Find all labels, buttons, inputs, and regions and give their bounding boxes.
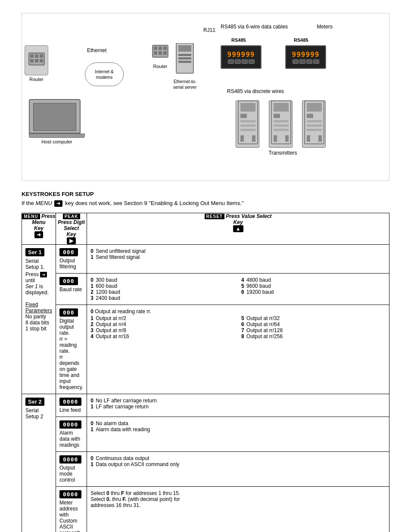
om0-num: 0 <box>90 455 95 461</box>
or-col2: 5 Output at rr/32 6 Output at rr/64 7 Ou… <box>241 315 386 339</box>
output-mode-label: Output mode control <box>59 465 83 483</box>
meter-1: 999999 <box>221 45 262 69</box>
svg-rect-18 <box>178 61 191 63</box>
alarm-data-label: Alarm data with readings <box>59 430 83 448</box>
val-num-1: 1 <box>90 254 95 260</box>
ser1-menu-cell: Ser 1 Serial Setup 1. Press ➜ until Ser … <box>22 245 56 394</box>
ad1-num: 1 <box>90 426 95 432</box>
or7-text: Output at rr/128 <box>246 327 283 333</box>
svg-rect-13 <box>163 51 167 55</box>
or4-num: 4 <box>90 333 95 339</box>
transmitter-3 <box>302 100 326 148</box>
svg-rect-12 <box>159 51 162 55</box>
svg-rect-23 <box>240 124 255 127</box>
svg-rect-25 <box>240 135 244 142</box>
baud-rate-peak: 000 Baud rate <box>56 274 87 305</box>
value-item-0: 0 Send unfiltered signal <box>90 248 386 254</box>
laptop-screen <box>33 103 76 131</box>
svg-rect-38 <box>307 120 322 122</box>
meter-address-reset: Select 0 thru F for addresses 1 thru 15.… <box>87 487 389 532</box>
rs485-label-2: RS485 <box>294 37 308 43</box>
lf1-num: 1 <box>90 404 95 410</box>
baud-col1: 0 300 baud 1 600 baud 2 1200 baud 3 2400… <box>90 277 235 301</box>
val-text-0: Send unfiltered signal <box>96 248 145 254</box>
b3-text: 2400 baud <box>96 295 120 301</box>
linefeed-reset: 0 No LF after carriage return 1 LF after… <box>87 394 389 417</box>
laptop-base <box>29 134 85 138</box>
meter-display-2: 999999 <box>285 45 326 69</box>
fixed-params-content: No parity8 data bits1 stop bit <box>25 314 52 332</box>
b3-num: 3 <box>90 295 95 301</box>
svg-rect-33 <box>274 135 277 142</box>
svg-rect-42 <box>318 135 322 142</box>
or4-text: Output at rr/16 <box>96 333 129 339</box>
ma-line3: addresses 16 thru 31. <box>90 502 386 508</box>
header-reset-inner: RESET Press Value SelectKey ▲ <box>87 213 389 232</box>
svg-rect-9 <box>159 47 162 50</box>
ser1-badge-wrap: Ser 1 <box>25 248 52 258</box>
ser2-row-4: 0000 Meter address with CustomASCII prot… <box>22 487 389 532</box>
diagram-inner: Router Ethernet Internet &modems Host co… <box>25 19 386 174</box>
ethernet-label: Ethernet <box>87 47 106 53</box>
diagram-section: Router Ethernet Internet &modems Host co… <box>22 13 389 181</box>
baud-5: 5 9600 baud <box>241 283 386 289</box>
or-3: 3 Output at rr/8 <box>90 327 235 333</box>
baud-rate-label: Baud rate <box>59 286 83 292</box>
header-peak: PEAK Press Digit SelectKey ▶ <box>56 213 87 245</box>
rj11-label: RJ11 <box>203 27 215 33</box>
header-reset: RESET Press Value SelectKey ▲ <box>87 213 389 245</box>
linefeed-peak: 0000 Line feed <box>56 394 87 417</box>
transmitters-row <box>236 100 330 148</box>
ma-0dot: 0. <box>106 496 111 502</box>
header-menu: MENU Press MenuKey ➜ <box>22 213 56 245</box>
or6-text: Output at rr/64 <box>246 321 280 327</box>
ad-1: 1 Alarm data with reading <box>90 426 386 432</box>
press-digit-label: Press Digit SelectKey <box>58 219 85 237</box>
svg-rect-41 <box>307 135 310 142</box>
table-header-row: MENU Press MenuKey ➜ PEAK Press Digit Se… <box>22 213 389 245</box>
baud-3: 3 2400 baud <box>90 295 235 301</box>
router-right: Router <box>152 43 169 69</box>
keystrokes-section: KEYSTROKES FOR SETUP If the MENU ➜ key d… <box>22 191 389 532</box>
filter-values: 0 Send unfiltered signal 1 Send filtered… <box>90 248 386 260</box>
meter-display-1: 999999 <box>221 45 262 69</box>
ser1-badge: Ser 1 <box>25 248 44 256</box>
val-text-1: Send filtered signal <box>96 254 140 260</box>
lf1-text: LF after carriage return <box>96 404 149 410</box>
menu-badge: MENU <box>22 214 40 219</box>
meter-btn <box>313 59 319 64</box>
svg-rect-39 <box>307 124 322 127</box>
or-2: 2 Output at rr/4 <box>90 321 235 327</box>
lf0-num: 0 <box>90 398 95 404</box>
ma-line1: Select 0 thru F for addresses 1 thru 15. <box>90 490 386 496</box>
code-box-0000-3: 0000 <box>59 455 81 464</box>
code-box-0000-1: 0000 <box>59 398 81 406</box>
b1-text: 600 baud <box>96 283 117 289</box>
baud-6: 6 19200 baud <box>241 289 386 295</box>
press-value-label: Press Value SelectKey <box>226 213 271 225</box>
svg-rect-34 <box>285 135 289 142</box>
svg-rect-22 <box>240 120 255 122</box>
code-linefeed: 0000 <box>59 398 83 407</box>
reset-key-icon: ▲ <box>233 225 243 232</box>
eth-serial-label: Ethernet-to-serial server <box>173 79 196 90</box>
meter-btn <box>249 59 255 64</box>
ser2-menu-cell: Ser 2 Serial Setup 2 <box>22 394 56 532</box>
baud-values-grid: 0 300 baud 1 600 baud 2 1200 baud 3 2400… <box>90 277 386 301</box>
b2-num: 2 <box>90 289 95 295</box>
ser1-desc1: Serial Setup 1. <box>25 258 52 270</box>
laptop-body <box>29 99 81 134</box>
meter-btn <box>228 59 234 64</box>
router-left: Router <box>25 45 48 82</box>
lf-0: 0 No LF after carriage return <box>90 398 386 404</box>
val-num-0: 0 <box>90 248 95 254</box>
b6-num: 6 <box>241 289 246 295</box>
om-0: 0 Continuous data output <box>90 455 386 461</box>
meter-buttons-1 <box>228 59 255 64</box>
fixed-params-title: Fixed Parameters <box>25 302 52 314</box>
svg-rect-40 <box>307 129 322 131</box>
output-rate-label: Digital output rate.rr = reading rate.rr… <box>59 318 83 390</box>
host-computer-label: Host computer <box>29 139 85 144</box>
output-filtering-peak: 000 Output filtering <box>56 245 87 274</box>
code-box-000-2: 000 <box>59 277 78 285</box>
